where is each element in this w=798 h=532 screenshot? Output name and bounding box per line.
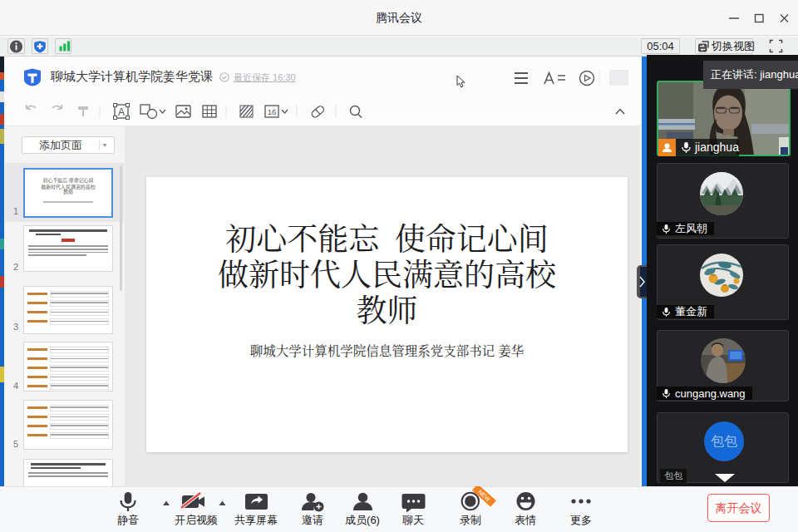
svg-text:16: 16 [268, 107, 277, 116]
svg-text:A: A [118, 106, 125, 118]
